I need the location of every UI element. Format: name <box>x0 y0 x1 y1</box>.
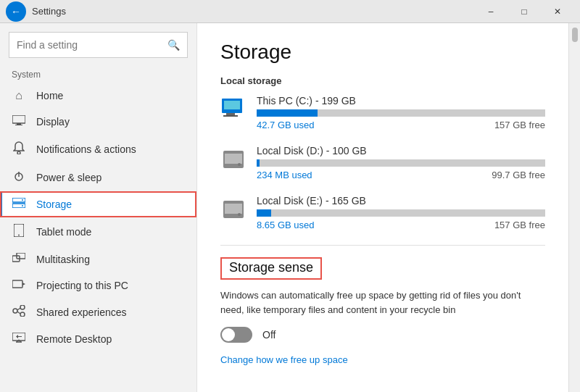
remote-icon <box>12 333 26 346</box>
storage-sense-toggle[interactable] <box>220 327 252 343</box>
drive-e-bar-fill <box>257 209 271 217</box>
toggle-row: Off <box>220 327 545 343</box>
maximize-button[interactable]: □ <box>508 0 541 23</box>
storage-icon <box>12 198 26 211</box>
drive-e-name: Local Disk (E:) - 165 GB <box>257 195 545 207</box>
drive-d-free: 99.7 GB free <box>492 170 545 180</box>
sidebar-item-multitasking-label: Multitasking <box>36 254 90 265</box>
window-controls: – □ ✕ <box>474 0 574 23</box>
change-link[interactable]: Change how we free up space <box>220 354 348 365</box>
svg-point-17 <box>20 305 25 309</box>
drive-d-bar-fill <box>257 159 260 167</box>
sidebar: 🔍 System ⌂ Home Display Notifications & … <box>0 23 197 392</box>
svg-point-3 <box>17 151 20 154</box>
search-icon: 🔍 <box>167 39 180 51</box>
svg-point-9 <box>22 205 23 207</box>
notifications-icon <box>12 141 26 157</box>
titlebar-left: ← Settings <box>6 1 66 22</box>
search-input[interactable] <box>17 39 162 51</box>
svg-point-32 <box>238 213 241 216</box>
svg-rect-2 <box>15 125 22 125</box>
sidebar-item-notifications-label: Notifications & actions <box>36 143 136 155</box>
svg-rect-7 <box>12 204 25 208</box>
drive-d-used: 234 MB used <box>257 170 312 180</box>
sidebar-item-display[interactable]: Display <box>0 109 196 135</box>
titlebar: ← Settings – □ ✕ <box>0 0 580 23</box>
sidebar-item-tablet[interactable]: Tablet mode <box>0 217 196 246</box>
drive-d-bar <box>257 159 545 167</box>
drive-c[interactable]: This PC (C:) - 199 GB 42.7 GB used 157 G… <box>220 95 545 130</box>
sidebar-item-home-label: Home <box>36 90 63 101</box>
drive-d-icon <box>220 146 246 172</box>
sidebar-item-tablet-label: Tablet mode <box>36 226 91 238</box>
sidebar-item-multitasking[interactable]: Multitasking <box>0 246 196 272</box>
sense-description: Windows can automatically free up space … <box>220 288 545 317</box>
sidebar-item-home[interactable]: ⌂ Home <box>0 83 196 109</box>
multitasking-icon <box>12 253 26 266</box>
page-title: Storage <box>220 41 545 64</box>
scrollbar[interactable] <box>568 23 580 392</box>
sidebar-item-storage-label: Storage <box>36 199 72 210</box>
svg-rect-26 <box>223 115 238 117</box>
svg-point-8 <box>22 199 23 201</box>
sidebar-item-remote[interactable]: Remote Desktop <box>0 326 196 352</box>
sidebar-item-storage[interactable]: Storage <box>0 191 196 217</box>
sidebar-item-projecting[interactable]: Projecting to this PC <box>0 272 196 299</box>
drive-c-icon <box>220 96 246 122</box>
svg-point-29 <box>238 163 241 166</box>
sidebar-item-shared[interactable]: Shared experiences <box>0 299 196 326</box>
sidebar-item-power[interactable]: Power & sleep <box>0 164 196 191</box>
svg-point-11 <box>18 235 20 236</box>
svg-rect-6 <box>12 198 25 202</box>
svg-rect-25 <box>226 113 235 115</box>
toggle-label: Off <box>262 329 276 341</box>
svg-rect-31 <box>225 204 242 214</box>
main-layout: 🔍 System ⌂ Home Display Notifications & … <box>0 23 580 392</box>
sidebar-item-projecting-label: Projecting to this PC <box>36 280 128 291</box>
drive-d-meta: 234 MB used 99.7 GB free <box>257 170 545 180</box>
sidebar-item-display-label: Display <box>36 116 70 128</box>
drive-c-meta: 42.7 GB used 157 GB free <box>257 120 545 130</box>
svg-marker-15 <box>22 283 25 285</box>
back-button[interactable]: ← <box>6 1 26 22</box>
sidebar-item-notifications[interactable]: Notifications & actions <box>0 135 196 164</box>
svg-rect-1 <box>17 123 21 125</box>
close-button[interactable]: ✕ <box>541 0 574 23</box>
drive-e-used: 8.65 GB used <box>257 220 315 230</box>
search-box[interactable]: 🔍 <box>9 32 188 58</box>
drive-c-free: 157 GB free <box>494 120 545 130</box>
toggle-knob <box>222 328 235 341</box>
power-icon <box>12 170 26 185</box>
window-title: Settings <box>32 6 66 17</box>
home-icon: ⌂ <box>12 89 26 102</box>
drive-c-bar <box>257 109 545 117</box>
tablet-icon <box>12 224 26 240</box>
sidebar-item-remote-label: Remote Desktop <box>36 333 112 345</box>
drive-e-icon <box>220 196 246 222</box>
svg-rect-24 <box>224 101 240 109</box>
back-icon: ← <box>11 6 21 17</box>
svg-rect-14 <box>12 280 22 288</box>
divider <box>220 245 545 246</box>
drive-c-name: This PC (C:) - 199 GB <box>257 95 545 107</box>
storage-sense-header: Storage sense <box>220 257 322 280</box>
drive-e-bar <box>257 209 545 217</box>
svg-point-16 <box>13 309 17 313</box>
svg-rect-28 <box>225 154 242 164</box>
content-area: Storage Local storage This PC (C:) - 199… <box>197 23 568 392</box>
svg-line-19 <box>17 308 20 310</box>
drive-e-info: Local Disk (E:) - 165 GB 8.65 GB used 15… <box>257 195 545 230</box>
sidebar-item-power-label: Power & sleep <box>36 172 102 183</box>
minimize-button[interactable]: – <box>474 0 508 23</box>
drive-d-info: Local Disk (D:) - 100 GB 234 MB used 99.… <box>257 145 545 180</box>
drive-c-used: 42.7 GB used <box>257 120 315 130</box>
scrollbar-thumb[interactable] <box>572 28 578 42</box>
section-label: System <box>0 64 196 83</box>
sense-title: Storage sense <box>229 260 313 275</box>
drive-d[interactable]: Local Disk (D:) - 100 GB 234 MB used 99.… <box>220 145 545 180</box>
svg-line-20 <box>17 312 20 314</box>
svg-rect-0 <box>12 115 25 123</box>
drive-e[interactable]: Local Disk (E:) - 165 GB 8.65 GB used 15… <box>220 195 545 230</box>
svg-point-18 <box>20 312 25 317</box>
drive-d-name: Local Disk (D:) - 100 GB <box>257 145 545 157</box>
